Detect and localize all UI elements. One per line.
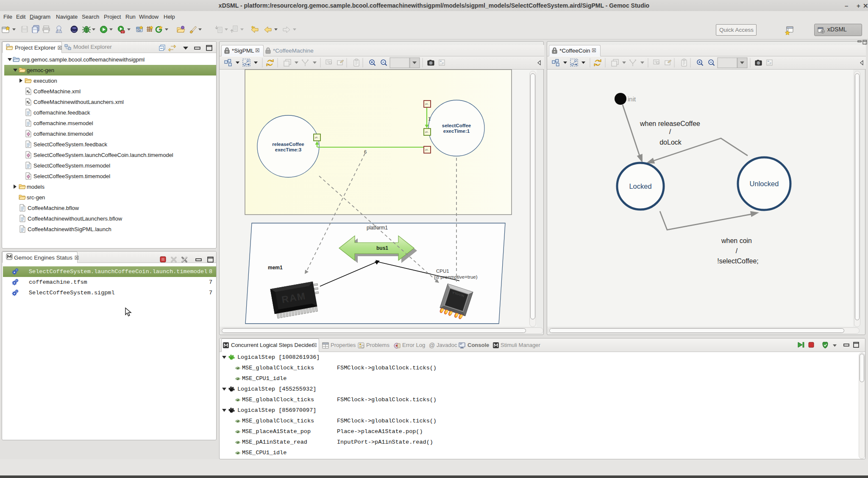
svg-text:pA..: pA.. [425, 148, 429, 151]
svg-text:doLock: doLock [659, 139, 682, 146]
svg-text:pA..: pA.. [315, 136, 319, 139]
svg-text:execTime:3: execTime:3 [275, 147, 301, 152]
svg-text:Locked: Locked [629, 182, 651, 190]
svg-text:pA..: pA.. [425, 103, 429, 105]
svg-text:(is preemptive=true): (is preemptive=true) [434, 274, 478, 280]
svg-text:releaseCoffee: releaseCoffee [272, 142, 304, 147]
svg-text:1: 1 [428, 116, 431, 121]
svg-text:when releaseCoffee: when releaseCoffee [640, 120, 700, 127]
svg-text:/: / [669, 128, 671, 135]
svg-text:CPU1: CPU1 [436, 268, 449, 274]
svg-text:!selectCoffee;: !selectCoffee; [717, 257, 759, 265]
svg-text:selectCoffee: selectCoffee [442, 123, 471, 128]
svg-text:pA..: pA.. [425, 131, 429, 133]
svg-text:mem1: mem1 [268, 265, 283, 271]
svg-text:bus1: bus1 [376, 245, 388, 251]
svg-text:Gr: Gr [137, 28, 141, 32]
svg-text:/: / [736, 247, 738, 254]
svg-text:when coin: when coin [721, 237, 752, 244]
svg-text:Unlocked: Unlocked [750, 180, 779, 187]
svg-text:init: init [628, 95, 636, 103]
svg-text:execTime:1: execTime:1 [443, 129, 470, 134]
